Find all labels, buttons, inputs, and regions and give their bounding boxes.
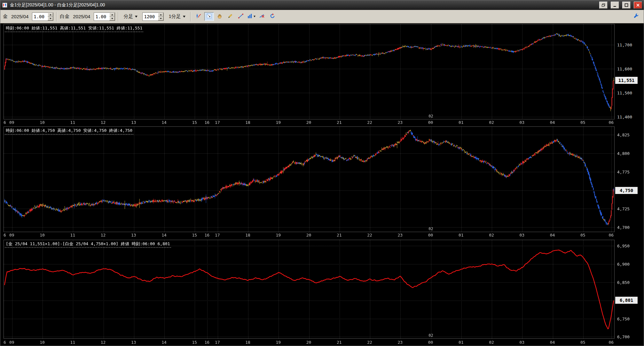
spread-x-hour-label: 14 [161, 340, 167, 345]
platinum-x-hour-label: 12 [101, 233, 106, 237]
restore-icon [601, 3, 606, 7]
platinum-x-hour-label: 14 [161, 233, 167, 237]
toolbar: 金 2025/04 白金 2025/04 分足 1分足 [0, 10, 644, 23]
gold-x-hour-label: 17 [215, 120, 220, 125]
gold-y-tick-label: 11,400 [617, 114, 632, 119]
toolbar-separator [190, 12, 191, 21]
draw-pencil-button[interactable] [225, 12, 235, 21]
toolbar-separator [118, 12, 119, 21]
platinum-x-hour-label: 17 [215, 233, 220, 237]
spread-x-hour-label: 22 [367, 340, 372, 345]
gold-multiplier-input[interactable] [32, 13, 48, 20]
app-icon [2, 2, 8, 8]
pan-hand-icon [217, 13, 223, 20]
interval-type-dropdown[interactable]: 分足 [122, 12, 139, 20]
gold-x-hour-label: 10 [40, 120, 45, 125]
gold-multiplier-up-icon[interactable] [48, 13, 53, 17]
spread-y-tick-label: 6,750 [617, 316, 630, 321]
gold-multiplier-stepper[interactable] [32, 12, 53, 21]
platinum-x-hour-label: 06 [609, 233, 614, 237]
spread-x-hour-label: 13 [131, 340, 136, 345]
panel-gold: 時刻:06:00 始値:11,551 高値:11,551 安値:11,551 終… [0, 24, 644, 126]
gold-x-hour-label: 06 [609, 120, 614, 125]
bar-count-input[interactable] [143, 13, 158, 20]
chevron-down-icon [183, 16, 185, 18]
float-window-button[interactable] [599, 2, 608, 9]
platinum-y-tick-label: 4,800 [617, 151, 630, 156]
spread-x-hour-label: 21 [337, 340, 342, 345]
panel-spread: [金 25/04 11,551×1.00]-[白金 25/04 4,750×1.… [0, 240, 644, 346]
platinum-x-hour-label: 01 [459, 233, 464, 237]
window-title: 金1分足[2025/04]1.00 - 白金1分足[2025/04]1.00 [10, 2, 105, 8]
chevron-down-icon [254, 16, 255, 17]
gold-label: 金 [3, 13, 8, 20]
gold-chart-canvas[interactable] [4, 24, 614, 119]
gold-price-badge: 11,551 [615, 77, 638, 84]
platinum-label: 白金 [60, 13, 69, 20]
gold-month-selector[interactable]: 2025/04 [11, 13, 29, 20]
platinum-x-hour-label: 20 [306, 233, 311, 237]
spread-x-hour-label: 6 [4, 340, 6, 345]
gold-x-hour-label: 6 [4, 120, 6, 125]
platinum-price-badge: 4,750 [615, 187, 638, 194]
platinum-x-hour-label: 00 [428, 233, 433, 237]
spread-x-hour-label: 15 [192, 340, 197, 345]
gold-x-hour-label: 22 [367, 120, 372, 125]
delete-drawing-button[interactable] [257, 12, 267, 21]
minimize-icon [613, 3, 617, 7]
gold-y-tick-label: 11,600 [617, 66, 632, 71]
platinum-multiplier-down-icon[interactable] [109, 17, 115, 20]
settings-wrench-button[interactable] [632, 12, 641, 21]
bar-count-stepper[interactable] [142, 12, 164, 21]
platinum-month-selector[interactable]: 2025/04 [72, 13, 91, 20]
platinum-x-hour-label: 04 [550, 233, 555, 237]
platinum-x-hour-label: 21 [337, 233, 342, 237]
timeframe-dropdown[interactable]: 1分足 [167, 12, 187, 20]
gold-x-hour-label: 00 [428, 120, 433, 125]
titlebar: 金1分足[2025/04]1.00 - 白金1分足[2025/04]1.00 [0, 0, 644, 10]
gold-y-tick-label: 11,500 [617, 90, 632, 95]
gold-x-hour-label: 12 [101, 120, 106, 125]
refresh-icon [270, 13, 275, 20]
platinum-x-hour-label: 02 [489, 233, 494, 237]
spread-x-hour-label: 02 [489, 340, 494, 345]
chart-mode-button[interactable] [194, 12, 203, 21]
spread-plot-area[interactable]: [金 25/04 11,551×1.00]-[白金 25/04 4,750×1.… [4, 240, 615, 339]
platinum-x-hour-label: 22 [367, 233, 372, 237]
pan-hand-button[interactable] [215, 12, 224, 21]
platinum-x-hour-label: 05 [580, 233, 585, 237]
platinum-multiplier-up-icon[interactable] [109, 13, 115, 17]
platinum-chart-canvas[interactable] [4, 127, 614, 232]
platinum-plot-area[interactable]: 時刻:06:00 始値:4,750 高値:4,750 安値:4,750 終値:4… [4, 126, 615, 232]
toolbar-icon-strip [194, 12, 277, 21]
indicator-bars-icon [247, 13, 253, 20]
platinum-multiplier-input[interactable] [94, 13, 109, 20]
platinum-y-tick-label: 4,825 [617, 133, 630, 137]
maximize-button[interactable] [622, 2, 631, 9]
region-select-icon [206, 13, 212, 20]
gold-multiplier-down-icon[interactable] [48, 17, 53, 20]
spread-x-hour-label: 05 [580, 340, 585, 345]
indicator-bars-button[interactable] [247, 12, 256, 21]
bar-count-down-icon[interactable] [158, 17, 163, 20]
platinum-x-hour-label: 16 [205, 233, 210, 237]
gold-x-hour-label: 04 [550, 120, 555, 125]
spread-date-change-label: 02 [428, 333, 433, 338]
spread-y-tick-label: 6,900 [617, 262, 630, 267]
close-button[interactable] [634, 2, 642, 9]
gold-x-hour-label: 16 [205, 120, 210, 125]
spread-x-hour-label: 18 [245, 340, 250, 345]
gold-x-hour-label: 14 [161, 120, 167, 125]
gold-plot-area[interactable]: 時刻:06:00 始値:11,551 高値:11,551 安値:11,551 終… [4, 24, 615, 119]
gold-x-hour-label: 13 [131, 120, 136, 125]
region-select-button[interactable] [204, 12, 214, 21]
spread-chart-canvas[interactable] [4, 240, 614, 338]
trendline-button[interactable] [236, 12, 246, 21]
platinum-multiplier-stepper[interactable] [94, 12, 115, 21]
spread-x-hour-label: 06 [609, 340, 614, 345]
refresh-button[interactable] [268, 12, 277, 21]
bar-count-up-icon[interactable] [158, 13, 163, 17]
gold-x-hour-label: 02 [489, 120, 494, 125]
platinum-x-hour-label: 15 [192, 233, 197, 237]
minimize-button[interactable] [611, 2, 619, 9]
